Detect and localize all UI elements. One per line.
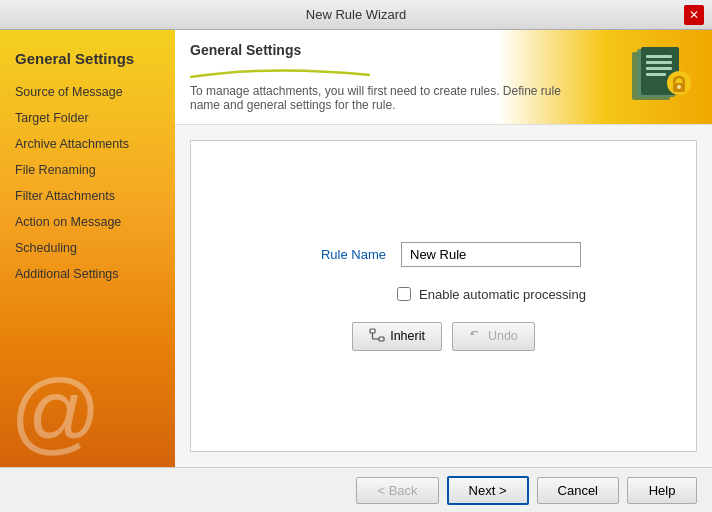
main-content: General Settings Source of Message Targe… [0, 30, 712, 467]
checkbox-label: Enable automatic processing [419, 287, 586, 302]
svg-rect-11 [379, 337, 384, 341]
right-panel: General Settings To manage attachments, … [175, 30, 712, 467]
title-bar-text: New Rule Wizard [28, 7, 684, 22]
inherit-icon [369, 328, 385, 345]
svg-rect-5 [646, 67, 672, 70]
checkbox-row: Enable automatic processing [221, 287, 666, 302]
cancel-button[interactable]: Cancel [537, 477, 619, 504]
undo-button-label: Undo [488, 329, 518, 343]
close-button[interactable]: ✕ [684, 5, 704, 25]
sidebar-item-source-of-message[interactable]: Source of Message [0, 79, 175, 105]
undo-icon [469, 328, 483, 345]
header-icon-area [627, 47, 697, 107]
sidebar-watermark-icon: @ [10, 367, 101, 457]
auto-processing-checkbox[interactable] [397, 287, 411, 301]
footer: < Back Next > Cancel Help [0, 467, 712, 512]
back-button[interactable]: < Back [356, 477, 438, 504]
sidebar: General Settings Source of Message Targe… [0, 30, 175, 467]
sidebar-item-additional-settings[interactable]: Additional Settings [0, 261, 175, 287]
header-banner: General Settings To manage attachments, … [175, 30, 712, 125]
svg-rect-3 [646, 55, 672, 58]
content-area: Rule Name Enable automatic processing [175, 125, 712, 467]
sidebar-title: General Settings [0, 45, 175, 79]
svg-rect-4 [646, 61, 672, 64]
rule-name-row: Rule Name [221, 242, 666, 267]
sidebar-item-action-on-message[interactable]: Action on Message [0, 209, 175, 235]
help-button[interactable]: Help [627, 477, 697, 504]
content-box: Rule Name Enable automatic processing [190, 140, 697, 452]
sidebar-item-target-folder[interactable]: Target Folder [0, 105, 175, 131]
rule-name-label: Rule Name [306, 247, 386, 262]
banner-decoration [190, 63, 390, 81]
svg-point-9 [677, 85, 681, 89]
sidebar-item-file-renaming[interactable]: File Renaming [0, 157, 175, 183]
header-banner-desc: To manage attachments, you will first ne… [190, 84, 570, 112]
header-banner-title: General Settings [190, 42, 627, 58]
action-buttons-row: Inherit Undo [221, 322, 666, 351]
inherit-button[interactable]: Inherit [352, 322, 442, 351]
sidebar-item-filter-attachments[interactable]: Filter Attachments [0, 183, 175, 209]
undo-button[interactable]: Undo [452, 322, 535, 351]
rule-name-input[interactable] [401, 242, 581, 267]
sidebar-item-archive-attachments[interactable]: Archive Attachments [0, 131, 175, 157]
header-banner-text: General Settings To manage attachments, … [190, 42, 627, 112]
title-bar: New Rule Wizard ✕ [0, 0, 712, 30]
svg-rect-6 [646, 73, 666, 76]
header-svg-icon [627, 47, 692, 102]
next-button[interactable]: Next > [447, 476, 529, 505]
sidebar-item-scheduling[interactable]: Scheduling [0, 235, 175, 261]
inherit-button-label: Inherit [390, 329, 425, 343]
svg-rect-10 [370, 329, 375, 333]
